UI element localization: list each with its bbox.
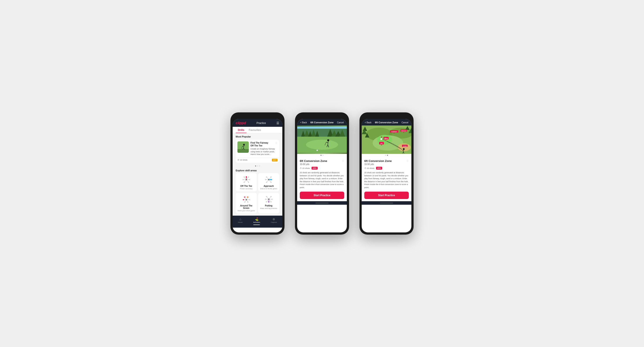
shots-info: ⏱ 20 shots <box>300 167 310 169</box>
clock-icon-3: ⏱ <box>364 167 366 169</box>
svg-point-53 <box>243 199 244 200</box>
home-indicator-3 <box>362 201 412 205</box>
featured-drill-card[interactable]: Find The Fairway Off The Tee Create an i… <box>236 140 279 163</box>
card-footer: ⏱ 10 shots OTT <box>236 158 279 163</box>
nav-home[interactable]: ⌂ Home <box>238 217 242 225</box>
svg-point-81 <box>306 140 338 150</box>
svg-text:ROUGH: ROUGH <box>401 130 406 132</box>
back-button[interactable]: < Back <box>300 121 307 124</box>
phone-2-screen: < Back 6ft Conversion Zone Cancel <box>297 119 347 232</box>
svg-point-93 <box>398 143 411 151</box>
arg-badge-3: ARG <box>376 167 382 170</box>
putting-icon <box>263 195 274 204</box>
drill-detail: 6ft Conversion Zone 10-50 yds ☆ ⏱ 20 sho… <box>297 157 347 201</box>
arg-badge: ARG <box>312 167 318 170</box>
home-icon: ⌂ <box>239 217 241 221</box>
nav-capture[interactable]: ⊕ Capture <box>271 217 277 225</box>
skill-name-putting: Putting <box>265 204 272 207</box>
svg-point-2 <box>243 144 245 146</box>
shots-row: ⏱ 20 shots ARG <box>300 167 344 170</box>
drill-header: < Back 6ft Conversion Zone Cancel <box>297 119 347 126</box>
svg-text:Miss: Miss <box>384 138 388 139</box>
most-popular-label: Most Popular <box>236 135 279 138</box>
approach-icon <box>263 175 274 184</box>
phone-3-notch <box>378 115 395 119</box>
skill-desc-ott: Power accuracy <box>240 188 252 190</box>
carousel-dots <box>236 165 279 167</box>
nav-active-indicator <box>253 225 260 225</box>
start-practice-button[interactable]: Start Practice <box>300 192 344 199</box>
bottom-nav: ⌂ Home ⛳ Activities ⊕ Capture <box>232 216 282 228</box>
card-inner: Find The Fairway Off The Tee Create an i… <box>236 140 279 158</box>
cancel-button-3[interactable]: Cancel <box>402 121 408 124</box>
favourite-icon[interactable]: ☆ <box>275 141 278 144</box>
clock-icon-2: ⏱ <box>300 167 302 169</box>
tab-bar: Drills Favourites <box>232 127 282 133</box>
svg-text:FAIRWAY: FAIRWAY <box>391 131 397 133</box>
off-tee-icon <box>241 175 252 184</box>
phone-2-notch <box>313 115 331 119</box>
drill-title: Find The Fairway <box>250 141 278 144</box>
menu-icon[interactable]: ☰ <box>276 121 279 125</box>
start-practice-button-3[interactable]: Start Practice <box>364 192 409 199</box>
svg-point-119 <box>380 138 382 140</box>
home-bar-3 <box>380 203 393 203</box>
dot-1 <box>255 165 256 167</box>
drills-content: Most Popular <box>232 133 282 216</box>
skill-around-green[interactable]: Around The Green Hone your short game <box>236 193 257 213</box>
svg-text:SAND: SAND <box>403 146 407 147</box>
skill-name-atg: Around The Green <box>238 204 255 209</box>
drill-thumbnail <box>238 141 249 153</box>
shots-info-3: ⏱ 20 shots <box>364 167 374 169</box>
drill-description-3: 20 shots are randomly generated at dista… <box>364 171 409 189</box>
drill-header-title-3: 6ft Conversion Zone <box>375 121 398 124</box>
map-dot-1 <box>385 155 386 156</box>
tab-drills[interactable]: Drills <box>236 127 246 133</box>
phone-1-screen: clippd Practice ☰ Drills Favourites Most… <box>232 119 282 232</box>
capture-icon: ⊕ <box>272 217 275 221</box>
tab-favourites[interactable]: Favourites <box>246 127 263 133</box>
skill-desc-putting: Make and lag practice <box>260 207 277 209</box>
skill-name-ott: Off The Tee <box>240 185 252 187</box>
favourite-star[interactable]: ☆ <box>342 159 344 162</box>
home-bar <box>316 203 328 203</box>
svg-text:Hit: Hit <box>380 143 382 144</box>
dot-2 <box>257 165 258 167</box>
skill-off-tee[interactable]: Off The Tee Power accuracy <box>236 173 257 191</box>
skill-desc-approach: Dial-in to hit the green <box>260 188 277 190</box>
map-dot-2 <box>387 155 388 156</box>
svg-point-82 <box>327 139 329 141</box>
drill-description: Create an imaginary fairway using trees … <box>250 148 278 156</box>
image-carousel-dots <box>297 154 347 157</box>
map-carousel-dots <box>362 154 412 157</box>
drill-header-title: 6ft Conversion Zone <box>310 121 334 124</box>
skill-putting[interactable]: Putting Make and lag practice <box>258 193 279 213</box>
drill-photo <box>297 126 347 154</box>
nav-home-label: Home <box>238 221 242 223</box>
phone-2: < Back 6ft Conversion Zone Cancel <box>295 112 349 235</box>
app-logo: clippd <box>236 121 246 125</box>
nav-activities[interactable]: ⛳ Activities <box>253 217 260 225</box>
svg-point-114 <box>403 148 405 150</box>
explore-label: Explore skill areas <box>236 169 279 172</box>
drill-detail-3: 6ft Conversion Zone 10-50 yds ☆ ⏱ 20 sho… <box>362 157 412 201</box>
back-button-3[interactable]: < Back <box>365 121 372 124</box>
drill-range-3: 10-50 yds <box>364 163 392 165</box>
svg-point-51 <box>244 196 245 197</box>
dot-3 <box>259 165 260 167</box>
drill-text: Find The Fairway Off The Tee Create an i… <box>250 141 278 156</box>
shots-label: ⏱ 10 shots <box>238 159 248 161</box>
cancel-button[interactable]: Cancel <box>337 121 344 124</box>
phone-1: clippd Practice ☰ Drills Favourites Most… <box>230 112 284 235</box>
drill-header-3: < Back 6ft Conversion Zone Cancel <box>362 119 412 126</box>
skill-grid: Off The Tee Power accuracy <box>236 173 279 213</box>
favourite-star-3[interactable]: ☆ <box>406 159 409 162</box>
home-indicator <box>297 201 347 205</box>
nav-capture-label: Capture <box>271 221 277 223</box>
skill-name-approach: Approach <box>264 185 274 187</box>
svg-point-52 <box>247 196 248 197</box>
header-title: Practice <box>256 122 266 125</box>
img-dot-2 <box>322 155 324 156</box>
skill-approach[interactable]: Approach Dial-in to hit the green <box>258 173 279 191</box>
ott-badge: OTT <box>272 159 278 162</box>
